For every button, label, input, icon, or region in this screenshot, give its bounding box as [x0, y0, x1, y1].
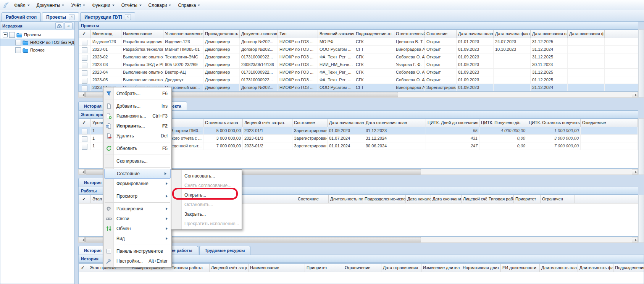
column-header[interactable]: Длительность пла: [540, 264, 578, 272]
menu-item[interactable]: Учёт: [68, 1, 89, 10]
column-header[interactable]: Лицевой счёт затрат.: [243, 119, 292, 127]
column-header[interactable]: ЦИТК. Дней до окончания: [426, 119, 479, 127]
column-header[interactable]: Принадлежность: [203, 30, 240, 38]
menu-item[interactable]: Документы: [33, 1, 68, 10]
column-header[interactable]: Стоимость этапа: [203, 119, 243, 127]
menu-item[interactable]: Исправить...F2: [103, 121, 171, 131]
menu-item[interactable]: Отчёты: [118, 1, 145, 10]
column-header[interactable]: Ожидаемые: [581, 119, 638, 127]
tree-item[interactable]: НИОКР по ГОЗ без НДС: [0, 39, 74, 46]
tree-item[interactable]: Прочее: [0, 46, 74, 54]
column-header[interactable]: Дата начала факт.: [494, 30, 531, 38]
table-row[interactable]: 2023-03Разработка ЭКД и РКД н...905-U020…: [79, 61, 638, 69]
column-header[interactable]: ЦИТК. Осталось получить д/с: [527, 119, 581, 127]
tree-item[interactable]: Проекты: [0, 31, 74, 39]
checkbox[interactable]: [82, 63, 87, 68]
column-header[interactable]: Дата ограничения: [381, 264, 421, 272]
close-icon[interactable]: ×: [125, 14, 131, 20]
table-row[interactable]: 2023-05Выполнение опытно-конс...Дредноут…: [79, 76, 638, 84]
row-checkbox-cell[interactable]: [79, 135, 91, 142]
row-checkbox-cell[interactable]: [79, 46, 91, 53]
column-header[interactable]: ✓: [79, 30, 91, 38]
checkbox[interactable]: [82, 40, 87, 45]
close-icon[interactable]: ×: [69, 14, 75, 20]
menu-item[interactable]: Словари: [145, 1, 175, 10]
column-header[interactable]: Наименование: [121, 30, 163, 38]
column-header[interactable]: ЦИТК. Получено д/с: [479, 119, 527, 127]
column-header[interactable]: Длительность план: [329, 195, 363, 203]
menu-item[interactable]: Просмотр: [103, 191, 171, 201]
menu-item[interactable]: Закрыть...: [171, 209, 242, 219]
vertical-scrollbar[interactable]: [638, 195, 644, 243]
menu-item[interactable]: Вид: [103, 234, 171, 244]
checkbox[interactable]: [9, 32, 15, 38]
row-checkbox-cell[interactable]: [79, 38, 91, 45]
column-header[interactable]: Приоритет: [305, 264, 343, 272]
column-header[interactable]: Дата окончания план: [364, 119, 426, 127]
column-header[interactable]: Документ-основан: [240, 30, 278, 38]
table-row[interactable]: 2023-02Выполнение опытно-конс...Технолог…: [79, 53, 638, 61]
row-checkbox-cell[interactable]: [79, 53, 91, 61]
column-header[interactable]: Изменение длител: [421, 264, 461, 272]
vertical-scrollbar[interactable]: [638, 118, 644, 175]
tab[interactable]: Рабочий стол: [2, 12, 41, 21]
menu-item[interactable]: Добавить...Ins: [103, 101, 171, 111]
column-header[interactable]: Лицевой счёт затр: [462, 195, 487, 203]
tab[interactable]: Проекты×: [42, 12, 79, 21]
checkbox[interactable]: [82, 144, 87, 150]
column-header[interactable]: Типовая работа: [487, 195, 514, 203]
column-header[interactable]: Подразделение-ис: [613, 264, 644, 272]
scroll-right-icon[interactable]: [632, 237, 638, 242]
row-checkbox-cell[interactable]: [79, 69, 91, 76]
scroll-left-icon[interactable]: [79, 169, 85, 174]
column-header[interactable]: Типовая работа: [170, 264, 210, 272]
table-row[interactable]: Изделие123Разработка изделия 123Изделие-…: [79, 38, 638, 46]
scroll-left-icon[interactable]: [79, 237, 85, 242]
menu-item[interactable]: Панель инструментов: [103, 246, 171, 256]
column-header[interactable]: Подразделение-от: [354, 30, 394, 38]
column-header[interactable]: Ограничен: [541, 195, 575, 203]
menu-item[interactable]: Отобрать...F6: [103, 89, 171, 98]
menu-item[interactable]: Состояние: [104, 169, 171, 179]
menu-item[interactable]: ОбновитьF5: [103, 144, 171, 153]
checkbox[interactable]: [82, 129, 87, 134]
column-header[interactable]: Дата окончания план: [431, 195, 462, 203]
column-header[interactable]: Дата начала план: [328, 119, 364, 127]
column-header[interactable]: Тип: [278, 30, 318, 38]
menu-item[interactable]: Расширения: [103, 204, 171, 214]
scroll-right-icon[interactable]: [632, 92, 638, 97]
menu-item[interactable]: УдалитьDel: [103, 131, 171, 141]
menu-item[interactable]: Файл: [11, 1, 33, 10]
table-row[interactable]: 2023-04Выполнение опытно-конс...Вектор-А…: [79, 69, 638, 76]
column-header[interactable]: Длительность фак: [578, 264, 613, 272]
column-header[interactable]: Подразделение-исполнитель..: [363, 195, 406, 203]
column-header[interactable]: Лицевой счёт затр: [210, 264, 249, 272]
column-header[interactable]: Состояние: [296, 195, 329, 203]
menu-item[interactable]: Размножить...Ctrl+F3: [103, 111, 171, 121]
checkbox[interactable]: [15, 47, 21, 53]
menu-item[interactable]: Обмен: [103, 224, 171, 234]
column-header[interactable]: Дата начала план.: [406, 195, 431, 203]
column-header[interactable]: Наименование: [249, 264, 305, 272]
checkbox[interactable]: [82, 136, 87, 142]
collapse-expander-icon[interactable]: [3, 32, 8, 37]
column-header[interactable]: Дата начала план.: [457, 30, 494, 38]
menu-item[interactable]: Формирование: [103, 179, 171, 189]
column-header[interactable]: Ограничение: [343, 264, 381, 272]
menu-item[interactable]: Функции: [89, 1, 118, 10]
column-header[interactable]: Нормативная длит: [461, 264, 501, 272]
tab[interactable]: Трудовые ресурсы: [199, 246, 251, 255]
scroll-left-icon[interactable]: [79, 92, 85, 97]
row-checkbox-cell[interactable]: [79, 84, 91, 91]
scroll-right-icon[interactable]: [632, 169, 638, 174]
column-header[interactable]: ЕИ длительности: [501, 264, 540, 272]
menu-item[interactable]: Связи: [103, 214, 171, 224]
collapse-panel-button[interactable]: «: [65, 22, 73, 29]
row-checkbox-cell[interactable]: [79, 127, 91, 134]
checkbox[interactable]: [82, 55, 87, 61]
column-header[interactable]: Ответственный: [394, 30, 425, 38]
column-header[interactable]: ✓: [79, 195, 91, 203]
column-header[interactable]: Состояние: [425, 30, 457, 38]
checkbox[interactable]: [15, 40, 21, 45]
vertical-scrollbar[interactable]: [638, 29, 644, 98]
